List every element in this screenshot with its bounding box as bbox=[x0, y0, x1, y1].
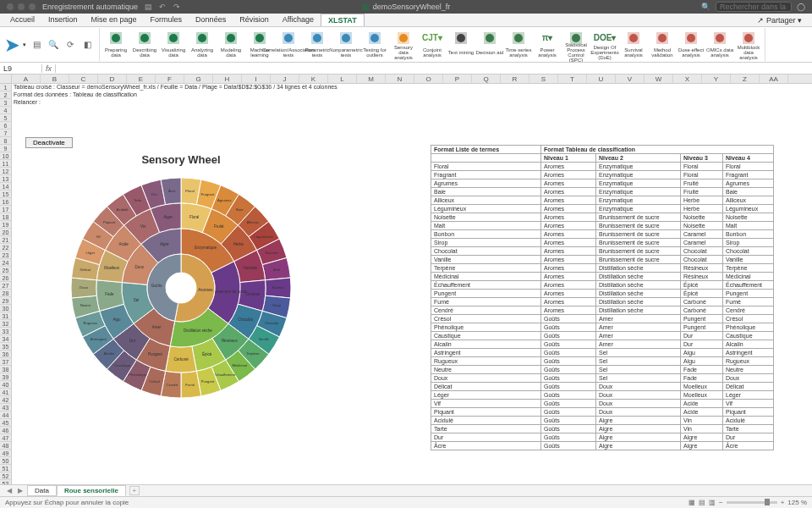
cell[interactable]: Floral bbox=[431, 163, 541, 171]
cell[interactable]: Vin bbox=[681, 417, 723, 425]
cell[interactable]: Échauffement bbox=[431, 281, 541, 290]
cell[interactable]: Résineux bbox=[681, 264, 723, 273]
cell[interactable]: Aromes bbox=[541, 179, 596, 188]
cell[interactable]: Doux bbox=[596, 400, 681, 408]
cell[interactable]: Aigre bbox=[596, 417, 681, 425]
cell[interactable]: Léger bbox=[723, 391, 774, 400]
cell[interactable]: Phénolique bbox=[723, 323, 774, 332]
cell[interactable]: Agrumes bbox=[723, 179, 774, 188]
cell[interactable]: Crésol bbox=[723, 315, 774, 323]
view-layout-icon[interactable]: ▤ bbox=[699, 499, 705, 506]
col-D[interactable]: D bbox=[98, 75, 127, 83]
cell[interactable]: Caramel bbox=[681, 239, 723, 247]
cell[interactable]: Cendré bbox=[431, 306, 541, 315]
ribbon-sensory-data-analysis[interactable]: Sensory data analysis bbox=[389, 28, 418, 62]
cell[interactable]: Brunissement de sucre bbox=[596, 247, 681, 256]
cell[interactable]: Fumé bbox=[431, 298, 541, 306]
row-46[interactable]: 46 bbox=[0, 427, 11, 434]
cell[interactable]: Épicé bbox=[681, 281, 723, 290]
row-49[interactable]: 49 bbox=[0, 450, 11, 457]
cell[interactable]: Médicinal bbox=[723, 273, 774, 281]
cell[interactable]: Floral bbox=[681, 171, 723, 179]
cell[interactable]: Cendré bbox=[723, 306, 774, 315]
row-26[interactable]: 26 bbox=[0, 274, 11, 282]
cell[interactable]: Goûts bbox=[541, 400, 596, 408]
row-43[interactable]: 43 bbox=[0, 404, 11, 411]
deactivate-button[interactable]: Deactivate bbox=[25, 137, 73, 148]
cell[interactable]: Aromes bbox=[541, 273, 596, 281]
cell[interactable]: Aromes bbox=[541, 290, 596, 298]
cell[interactable]: Carboné bbox=[681, 298, 723, 306]
spreadsheet-grid[interactable]: ABCDEFGHIJKLMNOPQRSTUVWXYZAA 12345678910… bbox=[0, 75, 812, 489]
row-15[interactable]: 15 bbox=[0, 190, 11, 198]
ribbon-correlation-association-tests[interactable]: Correlation/Association tests bbox=[274, 28, 303, 62]
cell[interactable]: Terpène bbox=[431, 264, 541, 273]
ribbon-conjoint-analysis[interactable]: CJT▾Conjoint analysis bbox=[418, 28, 447, 62]
cell[interactable]: Acide bbox=[681, 400, 723, 408]
ribbon-survival-analysis[interactable]: Survival analysis bbox=[619, 28, 648, 62]
cell[interactable]: Enzymatique bbox=[596, 188, 681, 196]
ribbon-describing-data[interactable]: Describing data bbox=[130, 28, 159, 62]
cell[interactable]: Enzymatique bbox=[596, 205, 681, 213]
cell[interactable]: Enzymatique bbox=[596, 163, 681, 171]
cell[interactable]: Aromes bbox=[541, 306, 596, 315]
ribbon-modeling-data[interactable]: Modeling data bbox=[217, 28, 245, 62]
row-50[interactable]: 50 bbox=[0, 457, 11, 465]
cell[interactable]: Floral bbox=[723, 163, 774, 171]
undo-icon[interactable]: ↶ bbox=[159, 3, 168, 12]
cell[interactable]: Malt bbox=[431, 222, 541, 230]
col-U[interactable]: U bbox=[587, 75, 616, 83]
row-42[interactable]: 42 bbox=[0, 396, 11, 404]
cell[interactable]: Malt bbox=[723, 222, 774, 230]
col-X[interactable]: X bbox=[673, 75, 702, 83]
cell[interactable]: Rugueux bbox=[723, 357, 774, 366]
cell[interactable]: Médicinal bbox=[431, 273, 541, 281]
ribbon-analyzing-data[interactable]: Analyzing data bbox=[188, 28, 217, 62]
cell[interactable]: Léger bbox=[431, 391, 541, 400]
cell[interactable]: Moelleux bbox=[681, 383, 723, 391]
cell[interactable]: Brunissement de sucre bbox=[596, 230, 681, 239]
tab-mise en page[interactable]: Mise en page bbox=[85, 14, 144, 26]
tab-données[interactable]: Données bbox=[189, 14, 233, 26]
col-V[interactable]: V bbox=[616, 75, 645, 83]
cell[interactable]: Baie bbox=[431, 188, 541, 196]
cell[interactable]: Goûts bbox=[541, 340, 596, 349]
col-R[interactable]: R bbox=[501, 75, 529, 83]
cell[interactable]: Amer bbox=[596, 340, 681, 349]
add-sheet-button[interactable]: + bbox=[129, 486, 140, 495]
cell[interactable]: Doux bbox=[723, 374, 774, 383]
fx-icon[interactable]: fx bbox=[42, 64, 56, 73]
cell[interactable]: Brunissement de sucre bbox=[596, 256, 681, 264]
cell[interactable]: Tarte bbox=[431, 425, 541, 433]
ribbon-time-series-analysis[interactable]: Time series analysis bbox=[504, 28, 533, 62]
cell[interactable]: Distillation sèche bbox=[596, 273, 681, 281]
cell[interactable]: Goûts bbox=[541, 442, 596, 450]
row-28[interactable]: 28 bbox=[0, 290, 11, 297]
cell[interactable]: Distillation sèche bbox=[596, 306, 681, 315]
row-27[interactable]: 27 bbox=[0, 282, 11, 290]
cell[interactable]: Sirop bbox=[431, 239, 541, 247]
cell[interactable]: Goûts bbox=[541, 417, 596, 425]
tab-révision[interactable]: Révision bbox=[233, 14, 276, 26]
cell[interactable]: Délicat bbox=[723, 383, 774, 391]
cell[interactable]: Alliceux bbox=[723, 196, 774, 205]
cell[interactable]: Goûts bbox=[541, 391, 596, 400]
cell[interactable]: Vanille bbox=[723, 256, 774, 264]
cell[interactable]: Âcre bbox=[431, 442, 541, 450]
row-51[interactable]: 51 bbox=[0, 465, 11, 472]
cell[interactable]: Acidulé bbox=[431, 417, 541, 425]
cell[interactable]: Brunissement de sucre bbox=[596, 222, 681, 230]
cell[interactable]: Sel bbox=[596, 349, 681, 357]
col-P[interactable]: P bbox=[443, 75, 472, 83]
cell[interactable]: Goûts bbox=[541, 366, 596, 374]
col-H[interactable]: H bbox=[213, 75, 242, 83]
cell[interactable]: Aromes bbox=[541, 196, 596, 205]
cell[interactable]: Aromes bbox=[541, 298, 596, 306]
cell[interactable]: Échauffement bbox=[723, 281, 774, 290]
cell[interactable]: Doux bbox=[431, 374, 541, 383]
cell[interactable]: Goûts bbox=[541, 433, 596, 442]
cell[interactable]: Phénolique bbox=[431, 323, 541, 332]
cell[interactable]: Amer bbox=[596, 332, 681, 340]
col-M[interactable]: M bbox=[357, 75, 386, 83]
cell[interactable]: Aromes bbox=[541, 205, 596, 213]
